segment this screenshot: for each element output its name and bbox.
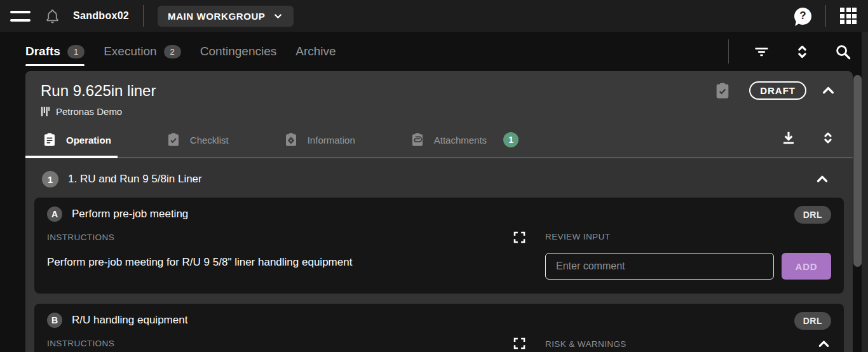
section-header: 1 1. RU and Run 9 5/8in Liner [34, 158, 844, 198]
tab-execution[interactable]: Execution 2 [104, 32, 181, 71]
app-title: Sandbox02 [73, 10, 129, 22]
tab-contingencies[interactable]: Contingencies [200, 32, 276, 71]
filter-icon[interactable] [753, 43, 770, 60]
download-icon[interactable] [780, 130, 797, 146]
discipline-badge: DRL [794, 312, 831, 330]
task-card-a: DRL A Perform pre-job meeting INSTRUCTIO… [34, 198, 844, 294]
task-title: R/U handling equipment [72, 314, 187, 327]
card-tab-bar: Operation Checklist Information Attachme… [25, 126, 853, 158]
operation-section: 1 1. RU and Run 9 5/8in Liner DRL A Perf… [25, 158, 853, 352]
add-comment-button[interactable]: ADD [782, 253, 831, 280]
task-title: Perform pre-job meeting [72, 208, 188, 220]
fullscreen-icon[interactable] [513, 231, 526, 244]
search-icon[interactable] [834, 43, 851, 60]
tab-label: Execution [104, 44, 156, 58]
clipboard-check-icon[interactable] [714, 82, 731, 100]
workflow-card: Run 9.625in liner DRAFT Petronas Demo Op… [25, 71, 853, 352]
tab-operation[interactable]: Operation [41, 126, 112, 158]
chevron-down-icon [273, 11, 283, 22]
tabbar-divider [728, 39, 729, 64]
attachments-count-badge: 1 [503, 132, 519, 147]
tab-information[interactable]: Information [282, 126, 356, 158]
instructions-text: Perform pre-job meeting for R/U 9 5/8" l… [47, 255, 526, 269]
tab-label: Attachments [434, 135, 487, 146]
main-tab-bar: Drafts 1 Execution 2 Contingencies Archi… [0, 32, 868, 71]
collapse-section-chevron-up-icon[interactable] [815, 172, 830, 187]
tab-drafts[interactable]: Drafts 1 [25, 32, 85, 71]
workflow-title: Run 9.625in liner [41, 82, 156, 100]
tab-label: Drafts [25, 44, 60, 58]
tab-count-badge: 2 [164, 45, 181, 58]
tab-label: Information [308, 135, 355, 146]
risk-warnings-label: RISK & WARNINGS [545, 339, 627, 349]
notifications-bell-icon[interactable] [44, 8, 60, 24]
unfold-icon[interactable] [821, 130, 835, 146]
task-letter-badge: B [47, 313, 62, 328]
workflow-subtitle: Petronas Demo [56, 106, 122, 117]
clipboard-paperclip-icon [410, 132, 425, 147]
workgroup-label: MAIN WORKGROUP [168, 11, 265, 22]
collapse-card-chevron-up-icon[interactable] [820, 83, 836, 98]
scrollbar-thumb[interactable] [853, 75, 862, 267]
tab-attachments[interactable]: Attachments 1 [409, 126, 520, 158]
unfold-icon[interactable] [794, 43, 810, 60]
review-input-label: REVIEW INPUT [545, 232, 831, 241]
tab-label: Contingencies [200, 44, 276, 58]
top-app-bar: Sandbox02 MAIN WORKGROUP ? [0, 0, 868, 32]
fullscreen-icon[interactable] [513, 337, 526, 350]
tab-label: Operation [66, 135, 111, 146]
tab-checklist[interactable]: Checklist [165, 126, 230, 158]
status-badge: DRAFT [749, 81, 806, 100]
collapse-risk-chevron-up-icon[interactable] [817, 337, 831, 351]
clipboard-gear-icon [283, 132, 299, 147]
menu-icon[interactable] [10, 11, 31, 22]
tab-label: Checklist [190, 135, 229, 146]
section-title: 1. RU and Run 9 5/8in Liner [68, 173, 202, 186]
topbar-divider [143, 5, 144, 27]
help-icon[interactable]: ? [794, 8, 811, 25]
workflow-card-header: Run 9.625in liner DRAFT Petronas Demo Op… [25, 71, 853, 158]
instructions-label: INSTRUCTIONS [47, 233, 114, 242]
topbar-divider [825, 5, 826, 27]
tab-label: Archive [295, 44, 336, 58]
task-card-b: DRL B R/U handling equipment INSTRUCTION… [34, 304, 844, 352]
tab-count-badge: 1 [67, 45, 85, 58]
well-icon [41, 106, 50, 117]
apps-grid-icon[interactable] [840, 8, 857, 24]
tab-archive[interactable]: Archive [295, 32, 336, 71]
instructions-label: INSTRUCTIONS [47, 339, 114, 348]
comment-input[interactable] [545, 253, 774, 280]
clipboard-check-icon [166, 132, 181, 147]
section-number-badge: 1 [42, 171, 58, 187]
clipboard-lines-icon [42, 132, 57, 147]
discipline-badge: DRL [794, 206, 831, 224]
task-letter-badge: A [47, 206, 62, 222]
scrollbar-track[interactable] [862, 32, 868, 352]
workgroup-selector[interactable]: MAIN WORKGROUP [158, 6, 294, 27]
